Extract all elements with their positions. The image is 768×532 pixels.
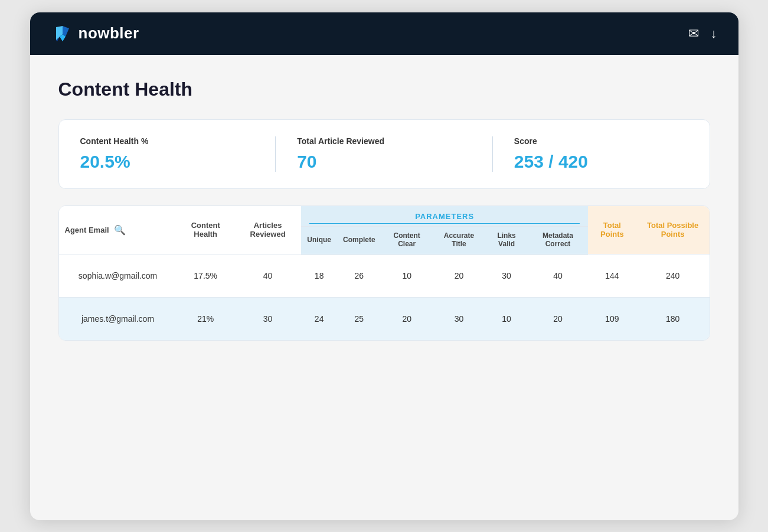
search-icon[interactable]: 🔍	[114, 224, 126, 236]
logo-text: nowbler	[79, 24, 139, 43]
cell-total-possible-points-1: 180	[636, 298, 710, 341]
table-scroll-wrapper[interactable]: Agent Email 🔍 Content Health Articles Re…	[59, 206, 710, 341]
parameters-label: PARAMETERS	[309, 212, 580, 221]
cell-content-clear-1: 20	[381, 298, 433, 341]
cell-email-1: james.t@gmail.com	[59, 298, 177, 341]
cell-links-valid-1: 10	[485, 298, 528, 341]
app-window: nowbler ✉ ↓ Content Health Content Healt…	[30, 12, 738, 520]
cell-complete-0: 26	[337, 254, 381, 298]
stat-content-health-value: 20.5%	[80, 152, 254, 172]
th-links-valid: Links Valid	[485, 227, 528, 254]
page-title: Content Health	[58, 79, 710, 100]
th-complete: Complete	[337, 227, 381, 254]
stat-articles-reviewed-value: 70	[297, 152, 471, 172]
stat-articles-reviewed: Total Article Reviewed 70	[275, 136, 492, 172]
stat-score: Score 253 / 420	[492, 136, 688, 172]
stat-articles-reviewed-label: Total Article Reviewed	[297, 136, 471, 146]
stat-content-health: Content Health % 20.5%	[80, 136, 276, 172]
table-container: Agent Email 🔍 Content Health Articles Re…	[58, 205, 710, 341]
thead-row-1: Agent Email 🔍 Content Health Articles Re…	[59, 206, 710, 227]
cell-content-clear-0: 10	[381, 254, 433, 298]
logo-area: nowbler	[51, 22, 139, 45]
cell-total-possible-points-0: 240	[636, 254, 710, 298]
cell-links-valid-0: 30	[485, 254, 528, 298]
table-body: sophia.w@gmail.com 17.5% 40 18 26 10 20 …	[59, 254, 710, 341]
cell-metadata-correct-1: 20	[528, 298, 588, 341]
logo-icon	[51, 22, 74, 45]
th-content-clear: Content Clear	[381, 227, 433, 254]
th-agent-email: Agent Email 🔍	[59, 206, 177, 254]
table-row: james.t@gmail.com 21% 30 24 25 20 30 10 …	[59, 298, 710, 341]
cell-content-health-0: 17.5%	[177, 254, 234, 298]
cell-articles-reviewed-0: 40	[234, 254, 301, 298]
th-total-possible-points: Total Possible Points	[636, 206, 710, 254]
cell-email-0: sophia.w@gmail.com	[59, 254, 177, 298]
th-accurate-title: Accurate Title	[433, 227, 485, 254]
th-metadata-correct: Metadata Correct	[528, 227, 588, 254]
mail-icon[interactable]: ✉	[688, 26, 699, 41]
params-divider	[309, 223, 580, 224]
agent-email-label: Agent Email	[65, 226, 109, 234]
cell-content-health-1: 21%	[177, 298, 234, 341]
stats-card: Content Health % 20.5% Total Article Rev…	[58, 119, 710, 189]
cell-unique-1: 24	[301, 298, 337, 341]
cell-complete-1: 25	[337, 298, 381, 341]
cell-total-points-0: 144	[588, 254, 636, 298]
cell-unique-0: 18	[301, 254, 337, 298]
th-parameters: PARAMETERS	[301, 206, 588, 227]
download-icon[interactable]: ↓	[711, 26, 717, 41]
stat-score-label: Score	[514, 136, 688, 146]
nav-icons: ✉ ↓	[688, 26, 717, 41]
th-articles-reviewed: Articles Reviewed	[234, 206, 301, 254]
th-content-health: Content Health	[177, 206, 234, 254]
table-row: sophia.w@gmail.com 17.5% 40 18 26 10 20 …	[59, 254, 710, 298]
stat-content-health-label: Content Health %	[80, 136, 254, 146]
navbar: nowbler ✉ ↓	[30, 12, 738, 55]
cell-metadata-correct-0: 40	[528, 254, 588, 298]
data-table: Agent Email 🔍 Content Health Articles Re…	[59, 206, 710, 341]
cell-articles-reviewed-1: 30	[234, 298, 301, 341]
th-unique: Unique	[301, 227, 337, 254]
cell-accurate-title-1: 30	[433, 298, 485, 341]
main-content: Content Health Content Health % 20.5% To…	[30, 55, 738, 365]
th-total-points: Total Points	[588, 206, 636, 254]
stat-score-value: 253 / 420	[514, 152, 688, 172]
cell-total-points-1: 109	[588, 298, 636, 341]
cell-accurate-title-0: 20	[433, 254, 485, 298]
